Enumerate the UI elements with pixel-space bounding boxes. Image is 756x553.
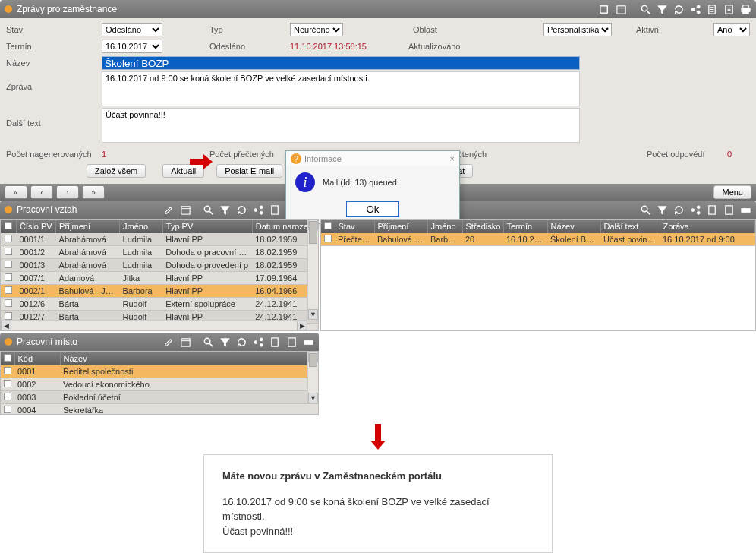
share-icon[interactable]	[689, 3, 701, 15]
refresh-icon[interactable]	[673, 204, 685, 216]
document-icon[interactable]	[706, 3, 718, 15]
emp-msg-table[interactable]: StavPříjmeníJménoStřediskoTermínNázevDal…	[321, 220, 755, 246]
col-header[interactable]	[1, 352, 14, 365]
table-row[interactable]: 0001/2AbrahámováLudmilaDohoda o pracovní…	[1, 246, 318, 259]
nagen-label: Počet nagenerovaných	[6, 150, 97, 159]
table-cell: Bahulová - Jandová	[56, 285, 120, 298]
misto-table[interactable]: KódNázev 0001Ředitel společnosti0002Vedo…	[1, 352, 318, 415]
col-header[interactable]: Název	[547, 220, 600, 233]
nav-prev-button[interactable]: ‹	[30, 185, 53, 199]
table-row[interactable]: 0001Ředitel společnosti	[1, 365, 318, 378]
poslat-email-button[interactable]: Poslat E-mail	[216, 164, 282, 178]
svg-rect-44	[288, 337, 295, 346]
oblast-select[interactable]: Personalistika	[543, 23, 612, 36]
search-icon[interactable]	[639, 3, 651, 15]
table-row[interactable]: 0002Vedoucí ekonomického	[1, 378, 318, 391]
zaloz-button[interactable]: Založ všem	[87, 164, 146, 178]
col-header[interactable]: Příjmení	[56, 220, 120, 233]
misto-scrollbar[interactable]: ▲▼	[307, 352, 318, 403]
document-icon[interactable]	[269, 336, 281, 348]
export-icon[interactable]	[723, 204, 735, 216]
print-icon[interactable]	[302, 336, 314, 348]
nav-last-button[interactable]: »	[82, 185, 105, 199]
table-row[interactable]: 0001/3AbrahámováLudmilaDohoda o proveden…	[1, 259, 318, 272]
col-header[interactable]: Termín	[503, 220, 547, 233]
odes-label: Odesláno	[209, 42, 285, 51]
stav-label: Stav	[6, 25, 97, 34]
col-header[interactable]: Číslo PV	[16, 220, 55, 233]
termin-select[interactable]: 16.10.2017	[102, 40, 162, 53]
document-icon[interactable]	[269, 204, 281, 216]
col-header[interactable]: Příjmení	[374, 220, 427, 233]
share-icon[interactable]	[252, 336, 264, 348]
zprava-textarea[interactable]: 16.10.2017 od 9:00 se koná školení BOZP …	[102, 71, 580, 106]
filter-icon[interactable]	[219, 204, 231, 216]
filter-icon[interactable]	[219, 336, 231, 348]
dialog-ok-button[interactable]: Ok	[346, 201, 399, 217]
edit-icon[interactable]	[162, 204, 175, 216]
document-icon[interactable]	[706, 204, 718, 216]
table-cell: Hlavní PP	[162, 285, 252, 298]
svg-point-22	[254, 208, 257, 211]
export-icon[interactable]	[285, 336, 298, 348]
col-header[interactable]: Kód	[14, 352, 60, 365]
search-icon[interactable]	[639, 204, 651, 216]
refresh-icon[interactable]	[673, 3, 685, 15]
table-row[interactable]: 0003Pokladní účetní	[1, 391, 318, 404]
nav-first-button[interactable]: «	[5, 185, 27, 199]
calendar-icon[interactable]	[179, 336, 191, 348]
dialog-close-icon[interactable]: ×	[450, 154, 455, 163]
calendar-icon[interactable]	[615, 3, 627, 15]
table-row[interactable]: 0007/1AdamováJitkaHlavní PP17.09.1964	[1, 272, 318, 285]
table-row[interactable]: PřečtenoBahulová - JanBarbora2016.10.201…	[321, 233, 755, 246]
typ-select[interactable]: Neurčeno	[290, 23, 343, 36]
filter-icon[interactable]	[656, 204, 668, 216]
nazev-input[interactable]	[102, 56, 580, 70]
refresh-icon[interactable]	[235, 336, 247, 348]
table-row[interactable]: 0001/1AbrahámováLudmilaHlavní PP18.02.19…	[1, 233, 318, 246]
new-icon[interactable]	[598, 3, 610, 15]
share-icon[interactable]	[689, 204, 701, 216]
col-header[interactable]	[1, 220, 16, 233]
refresh-icon[interactable]	[235, 204, 247, 216]
filter-icon[interactable]	[656, 3, 668, 15]
print-icon[interactable]	[739, 204, 751, 216]
col-header[interactable]	[321, 220, 335, 233]
table-cell	[1, 404, 14, 416]
edit-icon[interactable]	[162, 336, 175, 348]
search-icon[interactable]	[202, 336, 214, 348]
table-cell: Adamová	[56, 272, 120, 285]
table-cell: Bárta	[56, 298, 120, 311]
pv-hscrollbar[interactable]: ◀▶	[1, 320, 307, 330]
menu-button[interactable]: Menu	[713, 185, 751, 199]
table-cell: Pokladní účetní	[60, 391, 318, 404]
col-header[interactable]: Stav	[335, 220, 374, 233]
table-cell: Sekretářka	[60, 404, 318, 416]
aktivni-select[interactable]: Ano	[713, 23, 750, 36]
table-cell: 0012/6	[16, 298, 55, 311]
col-header[interactable]: Typ PV	[162, 220, 252, 233]
export-icon[interactable]	[723, 3, 735, 15]
col-header[interactable]: Jméno	[427, 220, 462, 233]
col-header[interactable]: Název	[60, 352, 318, 365]
col-header[interactable]: Zpráva	[660, 220, 755, 233]
stav-select[interactable]: Odesláno	[102, 23, 162, 36]
col-header[interactable]: Další text	[600, 220, 660, 233]
col-header[interactable]: Středisko	[462, 220, 503, 233]
calendar-icon[interactable]	[179, 204, 191, 216]
pv-scrollbar[interactable]: ▲▼	[307, 220, 318, 320]
table-cell: Ludmila	[120, 259, 163, 272]
print-icon[interactable]	[739, 3, 751, 15]
share-icon[interactable]	[252, 204, 264, 216]
pv-table[interactable]: Číslo PVPříjmeníJménoTyp PVDatum naroze …	[1, 220, 318, 331]
info-dialog: ? Informace × i Mail (Id: 13) queued. Ok	[285, 150, 460, 224]
table-row[interactable]: 0012/6BártaRudolfExterní spolupráce24.12…	[1, 298, 318, 311]
table-row[interactable]: 0004Sekretářka	[1, 404, 318, 416]
table-row[interactable]: 0002/1Bahulová - JandováBarboraHlavní PP…	[1, 285, 318, 298]
search-icon[interactable]	[202, 204, 214, 216]
col-header[interactable]: Jméno	[120, 220, 163, 233]
odp-label: Počet odpovědí	[647, 150, 723, 159]
nav-next-button[interactable]: ›	[56, 185, 79, 199]
dalsi-textarea[interactable]: Účast povinná!!!	[102, 108, 580, 143]
svg-rect-17	[742, 11, 748, 14]
